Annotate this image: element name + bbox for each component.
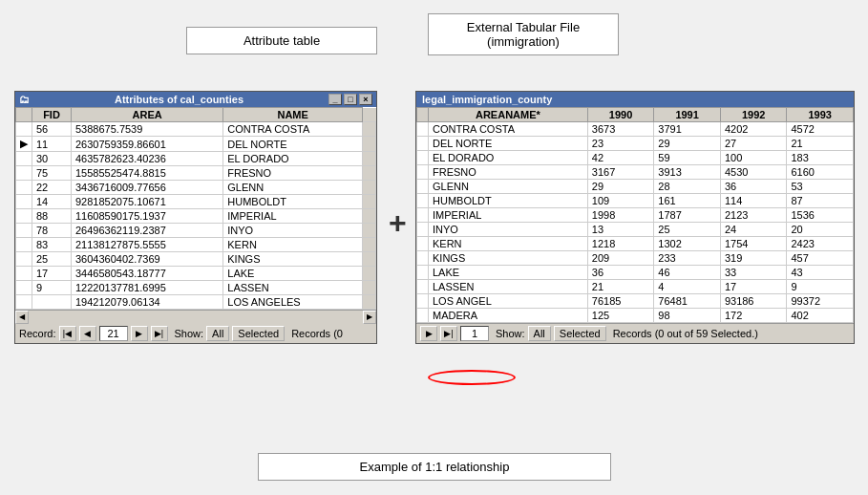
- ext-table-row[interactable]: LASSEN 21 4 17 9: [417, 280, 854, 294]
- name-cell: INYO: [223, 224, 363, 238]
- ext-1991-cell: 25: [654, 223, 721, 237]
- ext-col-areaname[interactable]: AREANAME*: [429, 108, 588, 122]
- ext-table-row[interactable]: CONTRA COSTA 3673 3791 4202 4572: [417, 122, 854, 137]
- hscroll-track[interactable]: [29, 311, 363, 324]
- ext-table-row[interactable]: FRESNO 3167 3913 4530 6160: [417, 165, 854, 180]
- area-cell: 5388675.7539: [72, 122, 223, 137]
- ext-name-cell: FRESNO: [429, 165, 588, 180]
- ext-1991-cell: 98: [654, 309, 721, 323]
- attr-window-controls[interactable]: _ □ ×: [328, 94, 372, 105]
- ext-1992-cell: 114: [720, 194, 787, 208]
- ext-table-row[interactable]: KINGS 209 233 319 457: [417, 251, 854, 266]
- attr-hscrollbar[interactable]: ◀ ▶: [15, 310, 376, 323]
- ext-1993-cell: 402: [787, 309, 854, 323]
- area-cell: 9281852075.10671: [72, 195, 223, 209]
- ext-show-all-btn[interactable]: All: [528, 326, 551, 341]
- nav-first-btn[interactable]: |◀: [59, 326, 76, 341]
- attr-table-row[interactable]: 14 9281852075.10671 HUMBOLDT: [16, 195, 376, 209]
- fid-cell: [32, 295, 72, 310]
- ext-row-indicator: [417, 165, 429, 180]
- ext-table-row[interactable]: EL DORADO 42 59 100 183: [417, 151, 854, 165]
- ext-table-row[interactable]: LOS ANGEL 76185 76481 93186 99372: [417, 294, 854, 309]
- attr-table-row[interactable]: 83 21138127875.5555 KERN: [16, 238, 376, 252]
- ext-nav-record-input[interactable]: [460, 326, 489, 341]
- ext-nav-next-btn[interactable]: ▶: [420, 326, 437, 341]
- maximize-button[interactable]: □: [344, 94, 357, 105]
- ext-1992-cell: 1754: [720, 237, 787, 251]
- ext-1993-cell: 457: [787, 251, 854, 266]
- area-cell: 21138127875.5555: [72, 238, 223, 252]
- ext-table-row[interactable]: LAKE 36 46 33 43: [417, 266, 854, 280]
- name-cell: CONTRA COSTA: [223, 122, 363, 137]
- nav-last-btn[interactable]: ▶|: [151, 326, 168, 341]
- ext-1992-cell: 36: [720, 180, 787, 194]
- ext-table-row[interactable]: IMPERIAL 1998 1787 2123 1536: [417, 208, 854, 223]
- ext-table-row[interactable]: GLENN 29 28 36 53: [417, 180, 854, 194]
- ext-col-1993[interactable]: 1993: [787, 108, 854, 122]
- ext-name-cell: HUMBOLDT: [429, 194, 588, 208]
- row-indicator: [16, 295, 32, 310]
- ext-row-indicator: [417, 208, 429, 223]
- attr-data-table: FID AREA NAME 56 5388675.7539 CONTRA COS…: [15, 107, 376, 310]
- ext-name-cell: LOS ANGEL: [429, 294, 588, 309]
- attr-table-row[interactable]: 9 12220137781.6995 LASSEN: [16, 281, 376, 295]
- attr-table-row[interactable]: 25 3604360402.7369 KINGS: [16, 252, 376, 267]
- ext-row-indicator: [417, 180, 429, 194]
- ext-1993-cell: 53: [787, 180, 854, 194]
- nav-prev-btn[interactable]: ◀: [79, 326, 96, 341]
- attr-table-row[interactable]: 17 3446580543.18777 LAKE: [16, 267, 376, 281]
- name-cell: KERN: [223, 238, 363, 252]
- ext-col-1992[interactable]: 1992: [720, 108, 787, 122]
- scrollbar-fill: [363, 238, 376, 252]
- attr-table-row[interactable]: ▶ 11 2630759359.86601 DEL NORTE: [16, 137, 376, 152]
- attr-table-body: 56 5388675.7539 CONTRA COSTA ▶ 11 263075…: [16, 122, 376, 310]
- ext-name-cell: KERN: [429, 237, 588, 251]
- ext-table-row[interactable]: INYO 13 25 24 20: [417, 223, 854, 237]
- ext-table-row[interactable]: DEL NORTE 23 29 27 21: [417, 137, 854, 151]
- ext-show-label: Show:: [496, 328, 525, 339]
- attr-table-row[interactable]: 75 15585525474.8815 FRESNO: [16, 166, 376, 181]
- ext-table-row[interactable]: KERN 1218 1302 1754 2423: [417, 237, 854, 251]
- close-button[interactable]: ×: [359, 94, 372, 105]
- attr-table-row[interactable]: 22 3436716009.77656 GLENN: [16, 181, 376, 195]
- scrollbar-fill: [363, 281, 376, 295]
- attr-table-row[interactable]: 88 11608590175.1937 IMPERIAL: [16, 209, 376, 224]
- fid-cell: 14: [32, 195, 72, 209]
- nav-next-btn[interactable]: ▶: [131, 326, 148, 341]
- ext-show-selected-btn[interactable]: Selected: [554, 326, 606, 341]
- ext-col-1991[interactable]: 1991: [654, 108, 721, 122]
- ext-table-window: legal_immigration_county AREANAME* 1990 …: [415, 91, 855, 344]
- ext-1992-cell: 319: [720, 251, 787, 266]
- ext-col-1990[interactable]: 1990: [587, 108, 654, 122]
- col-fid[interactable]: FID: [32, 108, 72, 122]
- attr-table-row[interactable]: 30 4635782623.40236 EL DORADO: [16, 152, 376, 166]
- minimize-button[interactable]: _: [328, 94, 342, 105]
- ext-1992-cell: 33: [720, 266, 787, 280]
- col-name[interactable]: NAME: [223, 108, 363, 122]
- hscroll-right-btn[interactable]: ▶: [363, 311, 376, 324]
- show-all-btn[interactable]: All: [206, 326, 229, 341]
- attr-table-row[interactable]: 194212079.06134 LOS ANGELES: [16, 295, 376, 310]
- ext-1992-cell: 24: [720, 223, 787, 237]
- ext-1993-cell: 43: [787, 266, 854, 280]
- ext-1991-cell: 1787: [654, 208, 721, 223]
- attr-table-row[interactable]: 78 26496362119.2387 INYO: [16, 224, 376, 238]
- nav-record-input[interactable]: [99, 326, 128, 341]
- row-indicator: [16, 195, 32, 209]
- area-cell: 2630759359.86601: [72, 137, 223, 152]
- attr-table-row[interactable]: 56 5388675.7539 CONTRA COSTA: [16, 122, 376, 137]
- ext-1993-cell: 2423: [787, 237, 854, 251]
- ext-row-indicator: [417, 280, 429, 294]
- fid-cell: 17: [32, 267, 72, 281]
- example-text: Example of 1:1 relationship: [360, 460, 510, 474]
- ext-1990-cell: 21: [587, 280, 654, 294]
- ext-table-row[interactable]: HUMBOLDT 109 161 114 87: [417, 194, 854, 208]
- show-selected-btn[interactable]: Selected: [232, 326, 285, 341]
- ext-table-row[interactable]: MADERA 125 98 172 402: [417, 309, 854, 323]
- ext-name-cell: GLENN: [429, 180, 588, 194]
- col-area[interactable]: AREA: [72, 108, 223, 122]
- ext-nav-last-btn[interactable]: ▶|: [440, 326, 457, 341]
- hscroll-left-btn[interactable]: ◀: [15, 311, 29, 324]
- row-indicator: [16, 209, 32, 224]
- row-indicator: [16, 252, 32, 267]
